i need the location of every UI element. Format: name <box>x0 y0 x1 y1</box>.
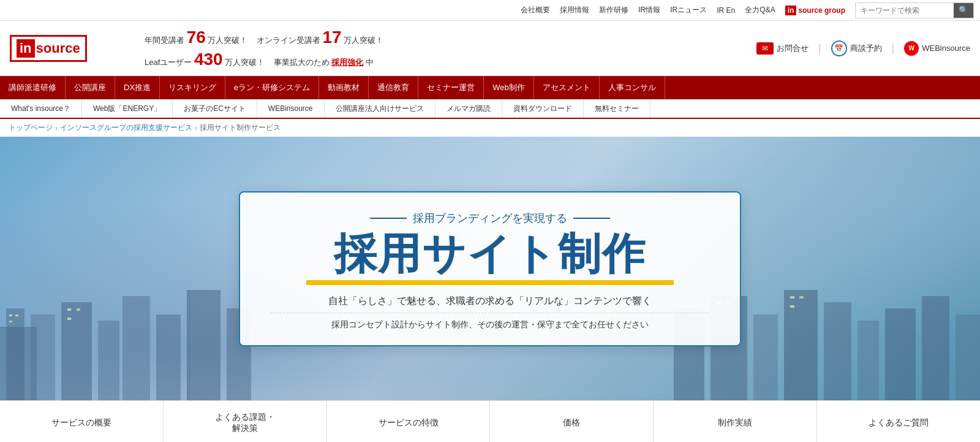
sub-nav-whats[interactable]: What's insource？ <box>0 99 82 118</box>
logo-in-prefix: in <box>785 6 797 15</box>
nav-web[interactable]: Web制作 <box>484 76 534 99</box>
stat2-unit1: 万人突破！ <box>225 58 265 67</box>
stat2-num1: 430 <box>194 50 223 69</box>
svg-rect-14 <box>824 302 851 400</box>
svg-rect-24 <box>67 318 71 320</box>
sub-nav-ec[interactable]: お菓子のECサイト <box>173 99 257 118</box>
bottom-tabs: サービスの概要 よくある課題・ 解決策 サービスの特徴 価格 制作実績 よくある… <box>0 400 980 442</box>
contact-button[interactable]: ✉ お問合せ <box>756 42 809 55</box>
breadcrumb: トップページ › インソースグループの採用支援サービス › 採用サイト制作サービ… <box>0 119 980 137</box>
nav-recruit[interactable]: 採用情報 <box>560 5 589 15</box>
stat-unit2: 万人突破！ <box>344 36 383 45</box>
svg-rect-5 <box>123 296 150 400</box>
tab-faq[interactable]: よくあるご質問 <box>817 401 980 442</box>
svg-rect-2 <box>31 314 55 400</box>
sep1: › <box>55 124 58 132</box>
nav-company[interactable]: 会社概要 <box>521 5 550 15</box>
svg-rect-21 <box>9 321 12 322</box>
svg-rect-18 <box>956 314 980 400</box>
svg-rect-7 <box>187 290 221 400</box>
nav-reskilling[interactable]: リスキリング <box>160 76 225 99</box>
svg-rect-16 <box>885 308 916 400</box>
hero-desc2: 採用コンセプト設計からサイト制作、その後の運営・保守まで全てお任せください <box>271 313 709 330</box>
nav-douga[interactable]: 動画教材 <box>319 76 369 99</box>
nav-dx[interactable]: DX推進 <box>115 76 160 99</box>
svg-rect-6 <box>156 314 181 400</box>
calendar-icon: 📅 <box>831 40 847 56</box>
logo-area: in source <box>10 35 132 62</box>
hero-title-underline <box>306 280 674 285</box>
web-icon: W <box>904 41 919 56</box>
sub-nav-houjin[interactable]: 公開講座法人向けサービス <box>325 99 435 118</box>
nav-ir-en[interactable]: IR En <box>717 6 735 15</box>
divider2: | <box>892 42 895 55</box>
sub-nav-free-seminar[interactable]: 無料セミナー <box>584 99 650 118</box>
logo-source: source <box>36 40 80 56</box>
nav-seminar[interactable]: セミナー運営 <box>418 76 484 99</box>
sub-nav-download[interactable]: 資料ダウンロード <box>502 99 584 118</box>
logo-group-text: source group <box>798 6 845 15</box>
nav-consul[interactable]: 人事コンサル <box>600 76 665 99</box>
svg-rect-19 <box>9 314 12 316</box>
tab-price[interactable]: 価格 <box>490 401 654 442</box>
breadcrumb-current: 採用サイト制作サービス <box>200 123 281 133</box>
stat-num1: 76 <box>187 28 206 47</box>
mail-icon: ✉ <box>756 42 774 55</box>
hero-subtitle: 採用ブランディングを実現する <box>271 211 709 226</box>
svg-rect-1 <box>6 308 24 400</box>
nav-elan[interactable]: eラン・研修システム <box>225 76 319 99</box>
nav-koushi[interactable]: 講師派遣研修 <box>0 76 66 99</box>
stat2-label1: Leafユーザー <box>145 58 192 67</box>
nav-assessment[interactable]: アセスメント <box>534 76 600 99</box>
sub-nav-webinsource[interactable]: WEBinsource <box>257 99 325 118</box>
stat-label2: オンライン受講者 <box>257 36 320 45</box>
sub-nav-energy[interactable]: Web版「ENERGY」 <box>82 99 173 118</box>
search-input[interactable] <box>856 3 954 18</box>
stat-label1: 年間受講者 <box>145 36 184 45</box>
webinsource-label: WEBinsource <box>922 44 970 53</box>
stat-line1: 年間受講者 76 万人突破！ オンライン受講者 17 万人突破！ <box>145 28 756 47</box>
nav-koukai[interactable]: 公開講座 <box>66 76 115 99</box>
hero-section: 採用ブランディングを実現する 採用サイト制作 自社「らしさ」で魅せる、求職者の求… <box>0 137 980 400</box>
stat-unit1: 万人突破！ <box>208 36 247 45</box>
hero-desc1: 自社「らしさ」で魅せる、求職者の求める「リアルな」コンテンツで響く <box>271 295 709 308</box>
header-stats: 年間受講者 76 万人突破！ オンライン受講者 17 万人突破！ Leafユーザ… <box>132 28 756 69</box>
header-actions: ✉ お問合せ | 📅 商談予約 | W WEBinsource <box>756 40 970 56</box>
main-nav: 講師派遣研修 公開講座 DX推進 リスキリング eラン・研修システム 動画教材 … <box>0 76 980 99</box>
nav-ir-info[interactable]: IR情報 <box>638 5 660 15</box>
tab-overview[interactable]: サービスの概要 <box>0 401 164 442</box>
svg-rect-13 <box>784 290 818 400</box>
sep2: › <box>195 124 197 132</box>
stat-line2: Leafユーザー 430 万人突破！ 事業拡大のため 採用強化 中 <box>145 50 756 69</box>
svg-rect-26 <box>799 296 804 299</box>
reservation-label: 商談予約 <box>850 43 882 54</box>
svg-rect-15 <box>858 321 879 400</box>
webinsource-button[interactable]: W WEBinsource <box>904 41 970 56</box>
svg-rect-3 <box>61 302 92 400</box>
search-box[interactable]: 🔍 <box>855 2 974 18</box>
tab-features[interactable]: サービスの特徴 <box>327 401 491 442</box>
svg-rect-17 <box>922 296 949 400</box>
reservation-button[interactable]: 📅 商談予約 <box>831 40 882 56</box>
tab-issues[interactable]: よくある課題・ 解決策 <box>164 401 327 442</box>
hero-title: 採用サイト制作 <box>271 231 709 278</box>
nav-tsushin[interactable]: 通信教育 <box>369 76 418 99</box>
nav-qa[interactable]: 全力Q&A <box>745 5 775 15</box>
svg-rect-25 <box>790 296 794 299</box>
logo-box[interactable]: in source <box>10 35 87 62</box>
tab-portfolio[interactable]: 制作実績 <box>654 401 817 442</box>
sub-nav-mailmag[interactable]: メルマガ購読 <box>435 99 502 118</box>
svg-rect-20 <box>15 314 18 316</box>
svg-rect-4 <box>98 321 119 400</box>
logo-in: in <box>17 39 35 58</box>
header: in source 年間受講者 76 万人突破！ オンライン受講者 17 万人突… <box>0 21 980 76</box>
svg-rect-27 <box>790 305 794 308</box>
stat2-label2: 事業拡大のため <box>274 58 330 67</box>
search-button[interactable]: 🔍 <box>954 3 973 18</box>
breadcrumb-saiyou-support[interactable]: インソースグループの採用支援サービス <box>60 123 192 133</box>
nav-ir-news[interactable]: IRニュース <box>670 5 707 15</box>
svg-rect-22 <box>67 308 71 311</box>
nav-new-training[interactable]: 新作研修 <box>599 5 628 15</box>
top-utility-bar: 会社概要 採用情報 新作研修 IR情報 IRニュース IR En 全力Q&A i… <box>0 0 980 21</box>
breadcrumb-top[interactable]: トップページ <box>9 123 53 133</box>
